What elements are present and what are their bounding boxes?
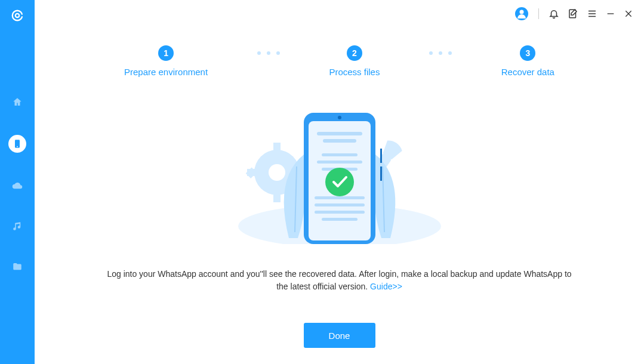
svg-rect-2 [21, 15, 24, 17]
step-2: 2 Process files [329, 45, 380, 77]
svg-rect-32 [323, 139, 356, 143]
svg-point-28 [338, 116, 341, 119]
step-3-label: Recover data [501, 67, 554, 77]
step-3: 3 Recover data [501, 45, 554, 77]
menu-icon[interactable] [587, 8, 597, 19]
nav-music[interactable] [10, 218, 25, 234]
svg-rect-37 [315, 203, 365, 206]
step-separator-2 [429, 51, 452, 55]
svg-rect-17 [273, 194, 281, 202]
svg-point-1 [16, 14, 19, 17]
bell-icon[interactable] [549, 8, 559, 19]
guide-link[interactable]: Guide>> [370, 282, 402, 291]
nav-cloud[interactable] [10, 178, 25, 193]
svg-rect-38 [315, 211, 365, 214]
svg-point-6 [520, 10, 524, 14]
svg-rect-34 [317, 161, 362, 164]
svg-rect-29 [380, 149, 382, 163]
step-separator-1 [257, 51, 280, 55]
sidebar [0, 0, 35, 364]
instruction-text: Log into your WhatsApp account and you''… [35, 268, 644, 293]
step-1: 1 Prepare environment [124, 45, 208, 77]
close-icon[interactable] [624, 9, 633, 18]
nav-folder[interactable] [10, 259, 25, 274]
step-1-label: Prepare environment [124, 67, 208, 77]
done-button[interactable]: Done [304, 323, 375, 348]
svg-rect-36 [315, 196, 365, 199]
titlebar [35, 0, 644, 27]
svg-rect-39 [322, 218, 358, 221]
svg-point-40 [325, 168, 354, 196]
svg-rect-31 [317, 132, 362, 135]
nav-home[interactable] [10, 94, 25, 110]
svg-point-4 [17, 146, 18, 147]
feedback-icon[interactable] [568, 8, 578, 19]
svg-rect-30 [380, 166, 382, 181]
account-icon[interactable] [514, 7, 529, 21]
svg-point-22 [269, 164, 285, 181]
step-1-number: 1 [158, 45, 174, 61]
steps-row: 1 Prepare environment 2 Process files 3 … [35, 27, 644, 83]
minimize-icon[interactable] [606, 9, 615, 18]
svg-point-0 [13, 11, 23, 21]
success-illustration [35, 107, 644, 244]
main-area: 1 Prepare environment 2 Process files 3 … [35, 0, 644, 364]
svg-rect-16 [273, 143, 281, 151]
step-2-label: Process files [329, 67, 380, 77]
step-3-number: 3 [520, 45, 535, 61]
titlebar-divider [538, 8, 539, 19]
actions-row: Done [35, 323, 644, 348]
nav-phone[interactable] [8, 135, 26, 153]
app-logo-icon [10, 8, 24, 23]
step-2-number: 2 [347, 45, 362, 61]
instruction-body: Log into your WhatsApp account and you''… [107, 269, 571, 291]
svg-rect-33 [322, 153, 358, 156]
